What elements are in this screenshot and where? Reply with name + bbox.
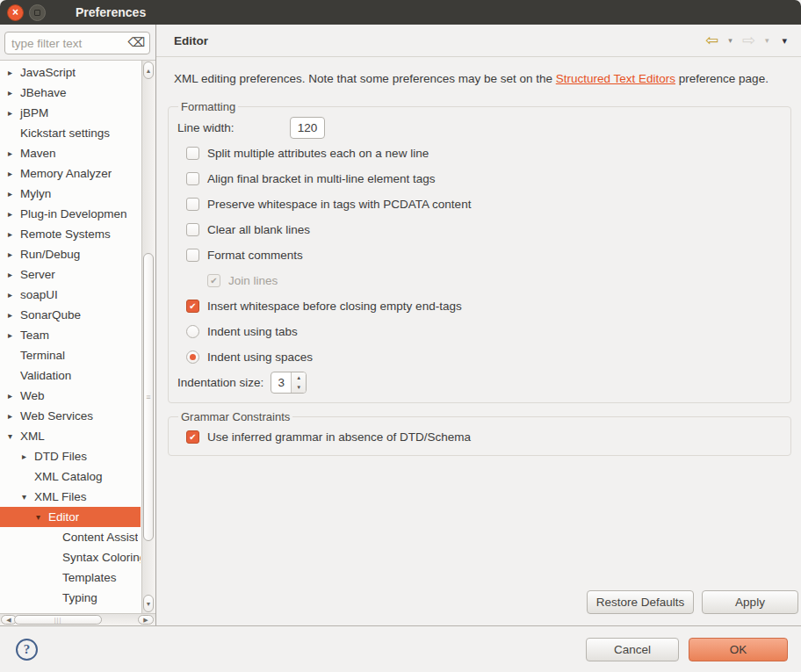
expand-arrow-icon[interactable]: ▸ [18,452,31,461]
tree-item-editor[interactable]: ▾Editor [0,507,141,527]
tree-item-javascript[interactable]: ▸JavaScript [0,62,141,83]
restore-defaults-button[interactable]: Restore Defaults [587,590,694,614]
tree-item-kickstart-settings[interactable]: Kickstart settings [0,123,141,143]
checkbox-preserve-whitespace-in-tags-with-pcdata-content[interactable] [186,198,199,211]
checkbox-use-inferred-grammar[interactable]: ✔ [186,430,199,444]
sidebar: ⌫ ▸JavaScript▸JBehave▸jBPMKickstart sett… [0,25,156,625]
expand-arrow-icon[interactable]: ▸ [4,290,17,300]
expand-arrow-icon[interactable]: ▸ [4,189,17,199]
tree-item-label: jBPM [17,106,48,119]
radio-indent-using-tabs[interactable] [186,325,199,338]
tree-item-typing[interactable]: Typing [0,588,141,608]
expand-arrow-icon[interactable]: ▸ [4,391,17,401]
checkbox-label: Join lines [228,274,278,287]
tree-item-terminal[interactable]: Terminal [0,345,141,365]
tree-horizontal-scrollbar[interactable]: ◀ ||| ▶ [0,613,155,625]
back-arrow-icon[interactable]: ⇦ [705,33,718,48]
tree-item-plug-in-developmen[interactable]: ▸Plug-in Developmen [0,204,141,224]
expand-arrow-icon[interactable]: ▸ [4,169,17,178]
expand-arrow-icon[interactable]: ▸ [4,411,17,421]
tree-item-syntax-coloring[interactable]: Syntax Coloring [0,547,141,567]
spinner-up-icon[interactable]: ▲ [292,372,306,383]
expand-arrow-icon[interactable]: ▸ [4,68,17,77]
tree-item-server[interactable]: ▸Server [0,264,141,285]
window-title: Preferences [76,5,146,19]
formatting-checkboxes: Split multiple attributes each on a new … [177,141,782,319]
tree-item-label: Templates [59,571,117,584]
collapse-arrow-icon[interactable]: ▾ [18,492,31,502]
expand-arrow-icon[interactable]: ▸ [4,270,17,279]
expand-arrow-icon[interactable]: ▸ [4,88,17,98]
tree-item-web-services[interactable]: ▸Web Services [0,406,141,426]
checkbox-insert-whitespace-before-closing-empty-end-tags[interactable]: ✔ [186,300,199,313]
tree-item-web[interactable]: ▸Web [0,386,141,406]
radio-label: Indent using spaces [207,350,313,364]
expand-arrow-icon[interactable]: ▸ [4,229,17,239]
tree-item-label: Run/Debug [17,248,80,261]
checkbox-row-split-multiple-attributes-each-on-a-new-line: Split multiple attributes each on a new … [177,141,782,166]
scroll-up-icon[interactable]: ▲ [143,61,154,79]
vertical-scrollbar-thumb[interactable]: ≡ [143,253,154,541]
checkbox-split-multiple-attributes-each-on-a-new-line[interactable] [186,147,199,160]
horizontal-scrollbar-thumb[interactable]: ||| [14,615,102,625]
scroll-right-icon[interactable]: ▶ [138,615,154,625]
tree-item-xml-files[interactable]: ▾XML Files [0,487,141,507]
checkbox-label: Split multiple attributes each on a new … [207,147,429,160]
cancel-button[interactable]: Cancel [586,638,679,661]
window-maximize-button[interactable] [29,4,46,21]
expand-arrow-icon[interactable]: ▸ [4,148,17,158]
dialog-footer: ? Cancel OK [0,625,801,672]
view-menu-icon[interactable]: ▾ [782,35,787,47]
tree-item-label: Maven [17,147,56,160]
tree-item-remote-systems[interactable]: ▸Remote Systems [0,224,141,244]
tree-item-jbpm[interactable]: ▸jBPM [0,103,141,123]
radio-row-indent-using-tabs: Indent using tabs [177,319,782,344]
tree-item-jbehave[interactable]: ▸JBehave [0,83,141,103]
tree-item-content-assist[interactable]: Content Assist [0,527,141,547]
tree-item-xml-catalog[interactable]: XML Catalog [0,466,141,487]
indentation-size-stepper[interactable]: 3 ▲ ▼ [271,372,307,394]
tree-item-label: Editor [45,510,79,524]
grammar-constraints-group: Grammar Constraints ✔ Use inferred gramm… [168,410,791,456]
scroll-down-icon[interactable]: ▼ [143,595,154,612]
tree-item-dtd-files[interactable]: ▸DTD Files [0,446,141,466]
expand-arrow-icon[interactable]: ▸ [4,108,17,118]
forward-arrow-icon[interactable]: ⇨ [742,33,755,48]
tree-item-templates[interactable]: Templates [0,567,141,588]
maximize-icon [34,10,40,16]
help-button[interactable]: ? [16,639,38,661]
tree-item-sonarqube[interactable]: ▸SonarQube [0,305,141,325]
tree-item-label: Web [17,389,45,402]
radio-indent-using-spaces[interactable] [186,350,199,364]
expand-arrow-icon[interactable]: ▸ [4,209,17,219]
tree-item-soapui[interactable]: ▸soapUI [0,285,141,305]
description-text: XML editing preferences. Note that some … [174,72,556,85]
tree-item-validation[interactable]: Validation [0,365,141,386]
ok-button[interactable]: OK [689,638,788,661]
clear-filter-icon[interactable]: ⌫ [127,35,145,49]
tree-item-team[interactable]: ▸Team [0,325,141,345]
expand-arrow-icon[interactable]: ▸ [4,330,17,340]
tree-item-maven[interactable]: ▸Maven [0,143,141,163]
tree-item-memory-analyzer[interactable]: ▸Memory Analyzer [0,163,141,184]
checkbox-clear-all-blank-lines[interactable] [186,223,199,236]
tree-item-xml[interactable]: ▾XML [0,426,141,446]
collapse-arrow-icon[interactable]: ▾ [4,431,17,441]
window-close-button[interactable]: × [7,4,24,21]
expand-arrow-icon[interactable]: ▸ [4,310,17,320]
back-history-dropdown-icon[interactable]: ▾ [728,36,732,45]
structured-text-editors-link[interactable]: Structured Text Editors [556,72,675,85]
tree-item-label: Typing [59,591,97,604]
apply-button[interactable]: Apply [702,590,798,614]
tree-vertical-scrollbar[interactable]: ▲ ≡ ▼ [141,61,155,613]
collapse-arrow-icon[interactable]: ▾ [32,512,45,522]
forward-history-dropdown-icon[interactable]: ▾ [765,36,769,45]
tree-item-run-debug[interactable]: ▸Run/Debug [0,244,141,264]
line-width-input[interactable] [290,117,325,139]
checkbox-align-final-bracket-in-multi-line-element-tags[interactable] [186,172,199,185]
spinner-down-icon[interactable]: ▼ [292,383,306,394]
tree-item-mylyn[interactable]: ▸Mylyn [0,184,141,204]
expand-arrow-icon[interactable]: ▸ [4,249,17,259]
checkbox-format-comments[interactable] [186,249,199,262]
radio-row-indent-using-spaces: Indent using spaces [177,344,782,370]
